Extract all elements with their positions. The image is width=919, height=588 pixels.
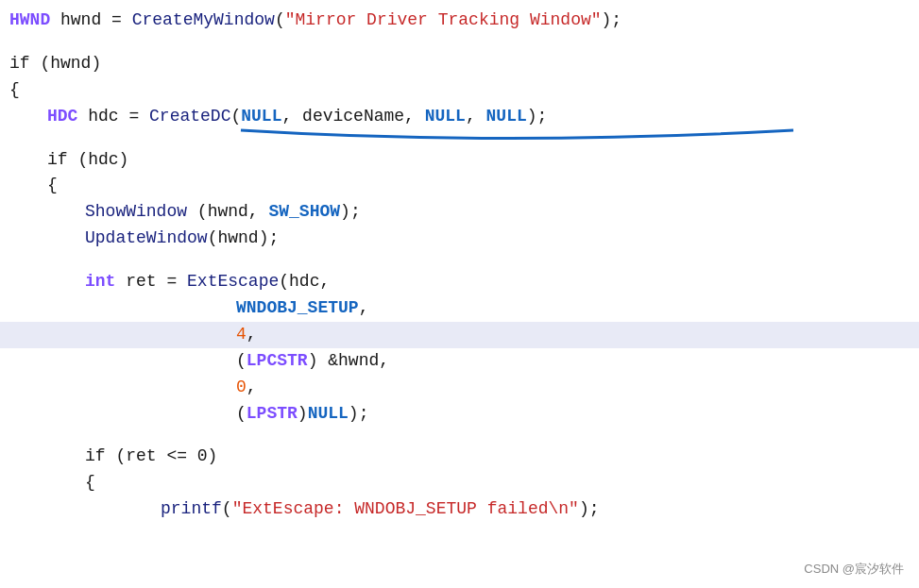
code-token: NULL xyxy=(425,104,466,130)
code-token: , xyxy=(247,322,257,348)
code-token: WNDOBJ_SETUP xyxy=(236,295,359,322)
code-line xyxy=(0,427,919,444)
code-line: { xyxy=(0,77,919,104)
code-line: if (ret <= 0) xyxy=(0,444,919,470)
code-token: CreateMyWindow xyxy=(132,8,275,34)
code-token: { xyxy=(47,173,58,199)
code-line: ShowWindow (hwnd, SW_SHOW); xyxy=(0,199,919,226)
code-body: HWND hwnd = CreateMyWindow("Mirror Drive… xyxy=(0,8,919,523)
code-line: int ret = ExtEscape(hdc, xyxy=(0,269,919,295)
code-line: 4, xyxy=(0,322,919,348)
code-token: NULL xyxy=(308,401,349,428)
code-line: if (hdc) xyxy=(0,147,919,174)
code-token: LPCSTR xyxy=(247,348,308,375)
code-token: LPSTR xyxy=(247,401,298,428)
code-token: (hdc, xyxy=(279,269,330,295)
code-token: if (hwnd) xyxy=(9,51,101,77)
code-token: HDC xyxy=(47,104,77,130)
code-token: ( xyxy=(230,104,241,130)
code-token: ); xyxy=(349,401,369,428)
code-line: { xyxy=(0,173,919,199)
code-token: ( xyxy=(236,348,247,375)
code-line: 0, xyxy=(0,375,919,401)
code-token: ); xyxy=(602,8,622,34)
code-token: ); xyxy=(579,496,600,523)
code-token: , deviceName, xyxy=(281,104,424,130)
code-line xyxy=(0,34,919,51)
code-token: 0 xyxy=(236,375,247,401)
code-token: NULL xyxy=(241,104,281,130)
code-token: hwnd = xyxy=(50,8,131,34)
code-token: ); xyxy=(340,199,361,226)
code-line xyxy=(0,130,919,147)
code-container: HWND hwnd = CreateMyWindow("Mirror Drive… xyxy=(0,0,919,588)
code-token: UpdateWindow xyxy=(85,226,208,252)
code-line: (LPCSTR) &hwnd, xyxy=(0,348,919,375)
code-token: printf xyxy=(161,496,222,523)
code-token: if (hdc) xyxy=(47,147,128,174)
code-token: ( xyxy=(236,401,247,428)
code-token: ) &hwnd, xyxy=(308,348,389,375)
code-token: "Mirror Driver Tracking Window" xyxy=(285,8,602,34)
code-token: (hwnd); xyxy=(208,226,280,252)
code-line: printf("ExtEscape: WNDOBJ_SETUP failed\n… xyxy=(0,496,919,523)
code-token: CreateDC xyxy=(149,104,230,130)
watermark: CSDN @宸汐软件 xyxy=(804,560,904,579)
code-token: 4 xyxy=(236,322,247,348)
code-token: , xyxy=(359,295,369,322)
code-token: ) xyxy=(298,401,308,428)
code-token: int xyxy=(85,269,115,295)
code-line: HWND hwnd = CreateMyWindow("Mirror Drive… xyxy=(0,8,919,34)
code-token: , xyxy=(466,104,486,130)
code-token: { xyxy=(9,77,20,104)
code-token: if (ret <= 0) xyxy=(85,444,217,470)
code-line: (LPSTR)NULL); xyxy=(0,401,919,428)
code-token: ( xyxy=(222,496,232,523)
code-token: NULL xyxy=(486,104,527,130)
code-token: (hwnd, xyxy=(187,199,268,226)
code-token: HWND xyxy=(9,8,50,34)
code-line xyxy=(0,252,919,269)
code-token: ( xyxy=(275,8,285,34)
code-token: ret = xyxy=(115,269,187,295)
code-token: ShowWindow xyxy=(85,199,187,226)
code-line: if (hwnd) xyxy=(0,51,919,77)
code-token: hdc = xyxy=(77,104,149,130)
code-token: ExtEscape xyxy=(187,269,279,295)
code-line: UpdateWindow(hwnd); xyxy=(0,226,919,252)
code-line: HDC hdc = CreateDC(NULL, deviceName, NUL… xyxy=(0,104,919,130)
code-token: , xyxy=(247,375,257,401)
code-line: { xyxy=(0,470,919,496)
code-token: ); xyxy=(527,104,548,130)
code-line: WNDOBJ_SETUP, xyxy=(0,295,919,322)
code-token: SW_SHOW xyxy=(268,199,340,226)
code-token: { xyxy=(85,470,95,496)
code-token: "ExtEscape: WNDOBJ_SETUP failed\n" xyxy=(232,496,579,523)
